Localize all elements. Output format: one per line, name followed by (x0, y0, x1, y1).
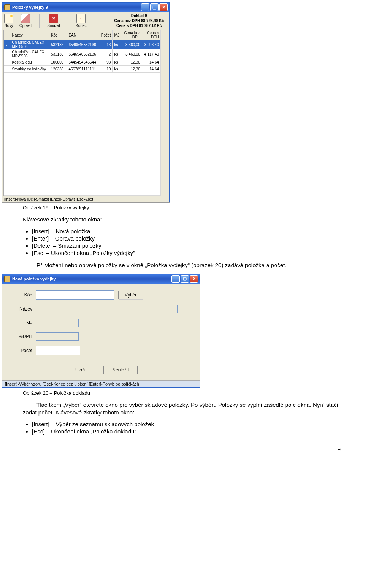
list-item: [Delete] – Smazání položky (32, 242, 342, 249)
toolbar-new[interactable]: Nový (4, 14, 13, 28)
shortcuts-list-1: [Insert] – Nová položka [Enter] – Oprava… (32, 228, 342, 256)
label-mj: MJ (10, 320, 32, 325)
minimize-button[interactable]: _ (141, 3, 149, 11)
window-nova-polozka: Nová položka výdejky _ ▢ ✕ Kód Výběr Náz… (2, 274, 200, 388)
col-marker[interactable] (4, 30, 10, 40)
toolbar-end[interactable]: Konec (76, 14, 86, 28)
toolbar-delete-label: Smazat (47, 24, 60, 28)
summary-bezdph: Cena bez DPH 68 728,40 Kč (114, 18, 164, 23)
window-title: Položky výdejky 9 (12, 5, 48, 10)
window-polozky-vydejky: Položky výdejky 9 _ ▢ ✕ Nový Opravit Sma… (2, 2, 170, 202)
toolbar-edit-label: Opravit (19, 24, 32, 28)
col-pocet[interactable]: Počet (98, 30, 113, 40)
end-icon (76, 14, 86, 23)
table-row[interactable]: ▸ Chladnička CALEX MR-5566 532136 654654… (4, 40, 161, 49)
text-shortcuts-intro: Klávesové zkratky tohoto okna: (23, 216, 342, 223)
edit-icon (21, 14, 30, 23)
window-title: Nová položka výdejky (12, 277, 56, 281)
toolbar-end-label: Konec (76, 24, 86, 28)
input-nazev (36, 305, 178, 313)
table-row[interactable]: Chladnička CALEX MR-5566 532136 65465465… (4, 49, 161, 59)
document-summary: Doklad 9 Cena bez DPH 68 728,40 Kč Cena … (114, 13, 167, 28)
toolbar: Nový Opravit Smazat Konec Doklad 9 Cena … (2, 12, 169, 28)
maximize-button[interactable]: ▢ (181, 275, 189, 283)
list-item: [Esc] – Ukončení okna „Položky výdejky" (32, 250, 342, 256)
figure-caption-19: Obrázek 19 – Položky výdejky (23, 205, 342, 210)
button-vyber[interactable]: Výběr (118, 291, 143, 299)
label-nazev: Název (10, 306, 32, 312)
items-grid[interactable]: Název Kód EAN Počet MJ Cena bez DPH Cena… (3, 30, 161, 196)
summary-sdph: Cena s DPH 81 787,12 Kč (114, 23, 164, 28)
table-row[interactable]: Kostka ledu 100000 5445454545644 98 ks 1… (4, 59, 161, 66)
label-pocet: Počet (10, 348, 32, 353)
label-kod: Kód (10, 292, 32, 298)
separator (39, 14, 40, 28)
app-icon (4, 4, 10, 10)
toolbar-delete[interactable]: Smazat (47, 14, 60, 28)
page-number: 19 (23, 446, 342, 453)
list-item: [Insert] – Výběr ze seznamu skladových p… (32, 421, 342, 427)
col-kod[interactable]: Kód (49, 30, 67, 40)
input-pocet[interactable] (36, 346, 80, 355)
scrollbar[interactable] (163, 28, 169, 196)
label-dph: %DPH (10, 334, 32, 339)
input-dph (36, 332, 79, 341)
new-icon (4, 14, 13, 23)
text-paragraph: Tlačítkem „Výběr" otevřete okno pro výbě… (23, 401, 342, 417)
list-item: [Esc] – Ukončení okna „Položka dokladu" (32, 428, 342, 435)
figure-caption-20: Obrázek 20 – Položka dokladu (23, 390, 342, 396)
statusbar: [Insert]-Nová [Del]-Smazat [Enter]-Oprav… (2, 196, 169, 202)
titlebar[interactable]: Nová položka výdejky _ ▢ ✕ (2, 274, 200, 284)
text-paragraph: Při vložení nebo opravě položky se v okn… (23, 261, 342, 269)
col-nazev[interactable]: Název (10, 30, 49, 40)
separator (68, 14, 68, 28)
toolbar-edit[interactable]: Opravit (19, 14, 32, 28)
col-sdph[interactable]: Cena s DPH (142, 30, 160, 40)
input-mj (36, 319, 79, 327)
list-item: [Insert] – Nová položka (32, 228, 342, 234)
table-row[interactable]: Šroubky do ledničky 120333 4567891111111… (4, 66, 161, 73)
button-cancel[interactable]: Neuložit (103, 366, 138, 374)
close-button[interactable]: ✕ (190, 275, 198, 283)
minimize-button[interactable]: _ (171, 275, 180, 283)
col-ean[interactable]: EAN (67, 30, 98, 40)
app-icon (4, 276, 10, 282)
statusbar: [Insert]-Výběr vzoru [Esc]-Konec bez ulo… (2, 380, 200, 387)
input-kod[interactable] (36, 290, 114, 300)
col-mj[interactable]: MJ (113, 30, 122, 40)
maximize-button[interactable]: ▢ (150, 3, 159, 11)
shortcuts-list-2: [Insert] – Výběr ze seznamu skladových p… (32, 421, 342, 435)
summary-doc: Doklad 9 (114, 13, 164, 18)
titlebar[interactable]: Položky výdejky 9 _ ▢ ✕ (2, 3, 169, 12)
close-button[interactable]: ✕ (159, 3, 168, 11)
button-save[interactable]: Uložit (64, 366, 98, 374)
toolbar-new-label: Nový (4, 24, 13, 28)
delete-icon (49, 14, 58, 23)
list-item: [Enter] – Oprava položky (32, 235, 342, 242)
col-bezdph[interactable]: Cena bez DPH (122, 30, 142, 40)
